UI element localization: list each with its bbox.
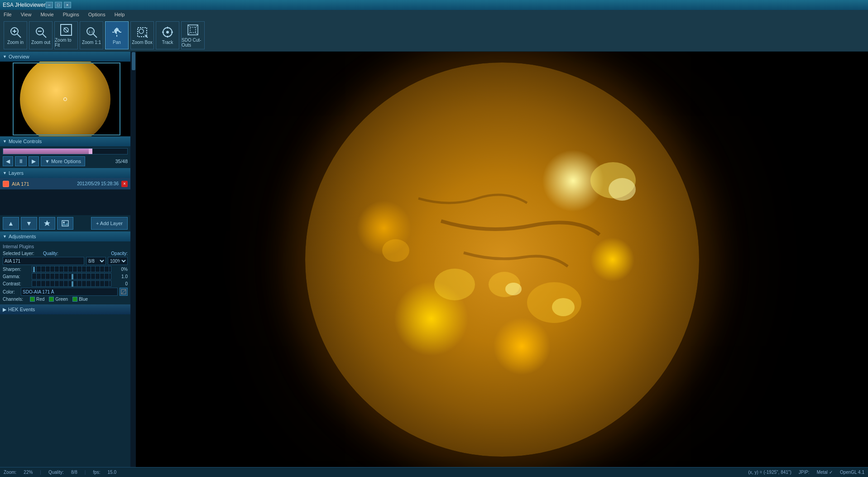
adjustments-arrow: ▼ bbox=[3, 234, 7, 239]
quality-status-value: 8/8 bbox=[71, 470, 77, 475]
sun-visualization bbox=[305, 63, 699, 457]
contrast-slider[interactable] bbox=[32, 280, 111, 287]
add-layer-button[interactable]: + Add Layer bbox=[91, 217, 128, 230]
sharpen-handle bbox=[33, 267, 35, 272]
app-title: ESA JHelioviewer bbox=[3, 2, 46, 8]
zoom-in-button[interactable]: Zoom in bbox=[4, 21, 27, 49]
progress-bar[interactable] bbox=[3, 148, 128, 154]
color-label: Color: bbox=[3, 289, 19, 294]
zoom-box-label: Zoom Box bbox=[132, 40, 153, 45]
selected-layer-value-row: 8/8 100% bbox=[3, 257, 128, 265]
internal-plugins-label: Internal Plugins bbox=[3, 243, 34, 250]
menu-options[interactable]: Options bbox=[86, 11, 107, 18]
gamma-slider[interactable] bbox=[32, 273, 111, 279]
menubar: File View Movie Plugins Options Help bbox=[0, 10, 868, 19]
pan-icon bbox=[110, 25, 124, 39]
more-options-label: More Options bbox=[51, 159, 81, 164]
zoom-1-1-button[interactable]: 1:1 Zoom 1:1 bbox=[80, 21, 103, 49]
layer-settings-button[interactable] bbox=[39, 217, 55, 230]
svg-point-35 bbox=[434, 269, 475, 300]
green-label: Green bbox=[55, 297, 68, 302]
menu-file[interactable]: File bbox=[2, 11, 14, 18]
layer-date: 2012/05/29 15:28:36 bbox=[77, 181, 119, 186]
next-frame-button[interactable]: ▶ bbox=[29, 156, 39, 166]
minimize-button[interactable]: − bbox=[46, 2, 53, 8]
pause-button[interactable]: ⏸ bbox=[15, 156, 27, 166]
progress-bar-fill bbox=[3, 149, 92, 154]
red-checkbox[interactable] bbox=[30, 297, 35, 302]
blue-checkbox[interactable] bbox=[72, 297, 77, 302]
hek-events-header[interactable]: ▶ HEK Events bbox=[0, 304, 130, 314]
color-input[interactable] bbox=[21, 288, 118, 296]
zoom-box-button[interactable]: Zoom Box bbox=[130, 21, 154, 49]
zoom-status-value: 22% bbox=[24, 470, 33, 475]
menu-help[interactable]: Help bbox=[113, 11, 127, 18]
sun-image bbox=[136, 52, 868, 467]
track-label: Track bbox=[162, 40, 173, 45]
scrollbar-thumb[interactable] bbox=[132, 52, 135, 70]
svg-rect-29 bbox=[62, 221, 68, 226]
layers-title: Layers bbox=[9, 170, 24, 176]
opacity-select[interactable]: 100% bbox=[108, 257, 128, 265]
adjustments-header[interactable]: ▼ Adjustments bbox=[0, 231, 130, 241]
metal-label: Metal ✓ bbox=[817, 470, 833, 475]
gamma-handle bbox=[72, 274, 73, 279]
red-channel[interactable]: Red bbox=[30, 297, 44, 302]
overview-arrow: ▼ bbox=[3, 54, 7, 59]
contrast-row: Contrast: 0 bbox=[3, 280, 128, 287]
menu-plugins[interactable]: Plugins bbox=[61, 11, 81, 18]
menu-movie[interactable]: Movie bbox=[38, 11, 55, 18]
sdo-cutouts-label: SDO Cut-Outs bbox=[182, 38, 204, 48]
svg-point-34 bbox=[609, 178, 636, 201]
zoom-out-button[interactable]: Zoom out bbox=[29, 21, 53, 49]
movie-controls-title: Movie Controls bbox=[9, 139, 42, 144]
blue-channel[interactable]: Blue bbox=[72, 297, 88, 302]
titlebar: ESA JHelioviewer − □ × bbox=[0, 0, 868, 10]
track-button[interactable]: Track bbox=[156, 21, 179, 49]
color-picker-button[interactable] bbox=[120, 288, 128, 296]
green-checkbox[interactable] bbox=[49, 297, 54, 302]
progress-bar-handle[interactable] bbox=[89, 149, 92, 154]
layer-image-button[interactable] bbox=[57, 217, 73, 230]
track-icon bbox=[161, 25, 174, 39]
zoom-in-label: Zoom in bbox=[7, 40, 24, 45]
channels-row: Channels: Red Green Blue bbox=[3, 297, 128, 302]
overview-content bbox=[0, 62, 130, 136]
layers-header[interactable]: ▼ Layers bbox=[0, 168, 130, 178]
svg-text:1:1: 1:1 bbox=[88, 30, 94, 34]
hek-events-arrow: ▶ bbox=[3, 307, 6, 313]
menu-view[interactable]: View bbox=[19, 11, 34, 18]
coords-display: (x, y) = (-1925", 841") bbox=[748, 470, 791, 475]
pan-button[interactable]: Pan bbox=[105, 21, 129, 49]
hek-events-title: HEK Events bbox=[8, 307, 35, 312]
layer-move-up-button[interactable]: ▲ bbox=[3, 217, 19, 230]
more-options-button[interactable]: ▼ More Options bbox=[41, 156, 85, 166]
zoom-to-fit-button[interactable]: Zoom to Fit bbox=[54, 21, 78, 49]
layer-remove-button[interactable]: × bbox=[121, 181, 128, 187]
selected-layer-input[interactable] bbox=[3, 257, 84, 265]
close-button[interactable]: × bbox=[64, 2, 71, 8]
green-channel[interactable]: Green bbox=[49, 297, 68, 302]
fps-status-value: 15.0 bbox=[108, 470, 116, 475]
movie-controls-header[interactable]: ▼ Movie Controls bbox=[0, 136, 130, 146]
prev-frame-button[interactable]: ◀ bbox=[3, 156, 13, 166]
layer-move-down-button[interactable]: ▼ bbox=[21, 217, 37, 230]
svg-point-37 bbox=[552, 298, 575, 316]
zoom-1-1-icon: 1:1 bbox=[85, 25, 98, 39]
overview-viewport-box bbox=[13, 63, 120, 135]
sdo-cutouts-button[interactable]: SDO Cut-Outs bbox=[181, 21, 205, 49]
hek-events-section: ▶ HEK Events bbox=[0, 304, 130, 314]
main-content: ▼ Overview ▼ Movie Controls ◀ ⏸ ▶ bbox=[0, 52, 868, 467]
main-viewer[interactable] bbox=[136, 52, 868, 467]
zoom-out-label: Zoom out bbox=[31, 40, 50, 45]
sharpen-slider[interactable] bbox=[32, 266, 111, 272]
overview-header[interactable]: ▼ Overview bbox=[0, 52, 130, 62]
left-panel-scrollbar[interactable] bbox=[131, 52, 136, 467]
overview-title: Overview bbox=[9, 54, 29, 59]
maximize-button[interactable]: □ bbox=[55, 2, 62, 8]
selected-layer-label: Selected Layer: bbox=[3, 251, 41, 256]
color-row: Color: bbox=[3, 288, 128, 296]
svg-line-11 bbox=[93, 34, 97, 38]
quality-select[interactable]: 8/8 bbox=[86, 257, 106, 265]
blue-label: Blue bbox=[79, 297, 88, 302]
